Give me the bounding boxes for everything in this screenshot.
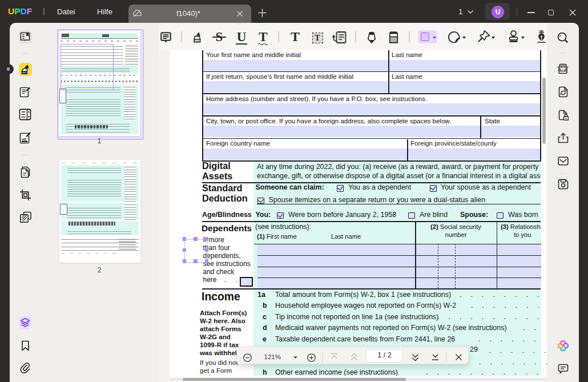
svg-text:OCR: OCR — [561, 69, 566, 73]
